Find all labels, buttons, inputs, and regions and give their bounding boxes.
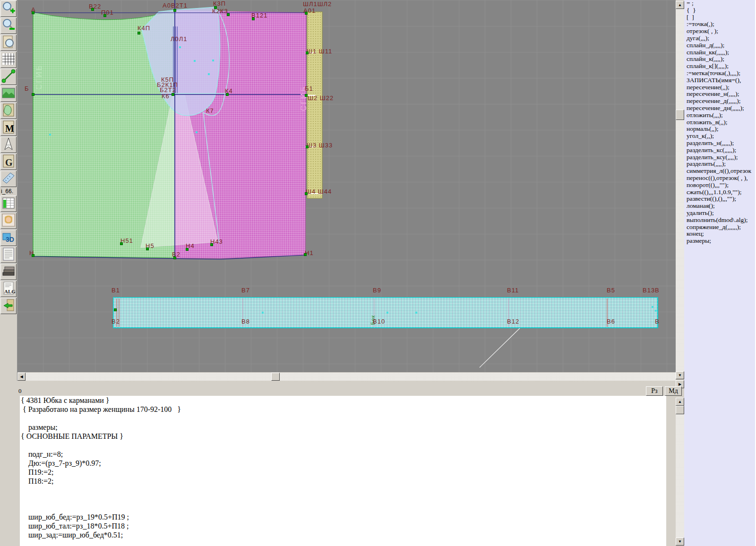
curve-point[interactable] (49, 134, 51, 136)
command-item[interactable]: разделить_н(,,,,,); (684, 140, 755, 147)
construction-point[interactable] (215, 7, 216, 9)
command-item[interactable]: отрезок( , ); (684, 28, 755, 35)
vscroll-track[interactable] (676, 9, 684, 371)
curve-point[interactable] (387, 312, 388, 314)
editor-line[interactable]: { Разработано на размер женщины 170-92-1… (20, 405, 666, 414)
construction-point[interactable] (32, 255, 34, 256)
construction-point[interactable] (92, 9, 94, 10)
command-item[interactable]: симметрия_л((),отрезок (684, 168, 755, 175)
editor-line[interactable] (20, 414, 666, 423)
curve-point[interactable] (415, 312, 417, 314)
editor-line[interactable] (20, 486, 666, 495)
curve-point[interactable] (194, 60, 196, 62)
command-item[interactable]: перенос((),отрезок( , ), (684, 175, 755, 182)
construction-point[interactable] (146, 248, 148, 250)
construction-point[interactable] (174, 257, 176, 259)
text-doc-button[interactable] (0, 247, 17, 263)
editor-scroll-up-icon[interactable]: ▲ (676, 398, 684, 406)
editor-line[interactable]: Дю:=(рз_7-рз_9)*0.97; (20, 459, 666, 468)
command-item[interactable]: сплайн_к(,,,,); (684, 56, 755, 63)
construction-point[interactable] (120, 243, 122, 245)
drafting-tools-button[interactable] (0, 136, 17, 153)
scroll-down-icon[interactable]: ▼ (676, 371, 684, 379)
command-item[interactable]: отложить(,,,); (684, 112, 755, 119)
command-item[interactable]: разделить_ксу(,,,,); (684, 154, 755, 161)
command-item[interactable]: сопряжение_д(,,,,,,); (684, 224, 755, 231)
command-item[interactable]: [ ] (684, 14, 755, 21)
scroll-up-icon[interactable]: ▲ (676, 1, 684, 9)
command-item[interactable]: конец; (684, 230, 755, 238)
picture-button[interactable] (0, 85, 17, 102)
editor-line[interactable]: размеры; (20, 423, 666, 432)
construction-point[interactable] (211, 244, 213, 246)
command-item[interactable]: пересечение_н(,,,,); (684, 91, 755, 98)
command-item[interactable]: { } (684, 7, 755, 14)
command-item[interactable]: :=метка(точка(,),,,,); (684, 70, 755, 77)
editor-line[interactable] (20, 503, 666, 512)
editor-line[interactable]: П18:=2; (20, 477, 666, 486)
command-item[interactable]: :=точка(,); (684, 21, 755, 28)
command-item[interactable]: поворот((),,,""); (684, 182, 755, 189)
command-item[interactable]: выполнить(dmod\.alg); (684, 217, 755, 224)
command-item[interactable]: отложить_в(,,); (684, 119, 755, 126)
command-item[interactable]: ЗАПИСАТЬ(имя=(), (684, 77, 755, 84)
construction-point[interactable] (305, 193, 307, 195)
view-3d-button[interactable]: 3D (0, 230, 17, 246)
command-item[interactable]: развести((),(),,,""); (684, 196, 755, 203)
construction-point[interactable] (186, 248, 188, 250)
command-item[interactable]: сплайн_д(,,,,); (684, 42, 755, 49)
command-item[interactable]: дуга(,,,); (684, 35, 755, 42)
curve-point[interactable] (212, 60, 214, 61)
command-item[interactable]: ломаная(); (684, 203, 755, 210)
command-item[interactable]: нормаль(,,); (684, 126, 755, 133)
ruler-button[interactable] (0, 171, 17, 187)
zoom-in-button[interactable] (0, 0, 17, 17)
books-button[interactable] (0, 264, 17, 280)
editor-line[interactable]: { ОСНОВНЫЕ ПАРАМЕТРЫ } (20, 432, 666, 441)
editor-line[interactable] (20, 495, 666, 503)
command-item[interactable]: разделить(,,,,); (684, 161, 755, 168)
editor-line[interactable]: П19:=2; (20, 468, 666, 477)
construction-point[interactable] (32, 12, 34, 14)
waistband-piece[interactable] (113, 298, 658, 328)
editor-line[interactable]: шир_зад:=шир_юб_бед*0.51; (20, 530, 666, 539)
construction-point[interactable] (306, 146, 308, 148)
editor-line[interactable]: { 4381 Юбка с карманами } (20, 396, 666, 405)
construction-point[interactable] (114, 309, 116, 311)
scroll-left-icon[interactable]: ◀ (17, 373, 26, 381)
editor-vscroll-track[interactable] (676, 414, 684, 537)
command-item[interactable]: размеры; (684, 238, 755, 245)
construction-point[interactable] (32, 94, 34, 95)
construction-point[interactable] (305, 12, 307, 14)
curve-point[interactable] (196, 131, 198, 133)
pattern-doc-button[interactable] (0, 102, 17, 119)
curve-point[interactable] (179, 46, 181, 48)
command-item[interactable]: удалить(); (684, 210, 755, 217)
curve-point[interactable] (262, 312, 264, 314)
editor-line[interactable]: подг_н:=8; (20, 450, 666, 459)
construction-point[interactable] (172, 94, 174, 95)
command-item[interactable]: = ; (684, 0, 755, 7)
command-item[interactable]: угол_к(,,); (684, 133, 755, 140)
curve-point[interactable] (208, 73, 210, 75)
command-item[interactable]: разделить_кс(,,,,,); (684, 147, 755, 154)
construction-point[interactable] (227, 14, 229, 16)
editor-line[interactable] (20, 441, 666, 450)
construction-point[interactable] (174, 9, 176, 11)
grazia-doc-button[interactable]: G (0, 154, 17, 170)
hscroll-track[interactable] (26, 373, 676, 381)
command-item[interactable]: сплайн_кк(,,,,,); (684, 49, 755, 56)
editor-vscroll-thumb[interactable] (676, 406, 684, 414)
construction-point[interactable] (138, 32, 140, 34)
photo-button[interactable] (0, 213, 17, 229)
curve-point[interactable] (655, 310, 657, 312)
command-item[interactable]: пересечение(,,); (684, 84, 755, 91)
editor-line[interactable]: шир_юб_бед:=рз_19*0.5+П19 ; (20, 512, 666, 521)
exit-button[interactable] (0, 298, 17, 314)
model-doc-button[interactable]: M (0, 119, 17, 136)
alg-doc-button[interactable]: ALG (0, 281, 17, 297)
editor-scroll-down-icon[interactable]: ▼ (676, 537, 684, 546)
construction-point[interactable] (252, 18, 254, 20)
command-item[interactable]: сжать((),,,1.1,0.9,""); (684, 189, 755, 196)
pattern-canvas[interactable]: СГИБ СГИБ Бок АВ22П01К4ПА0В2Т1К3ПК2К3В12… (17, 0, 676, 372)
